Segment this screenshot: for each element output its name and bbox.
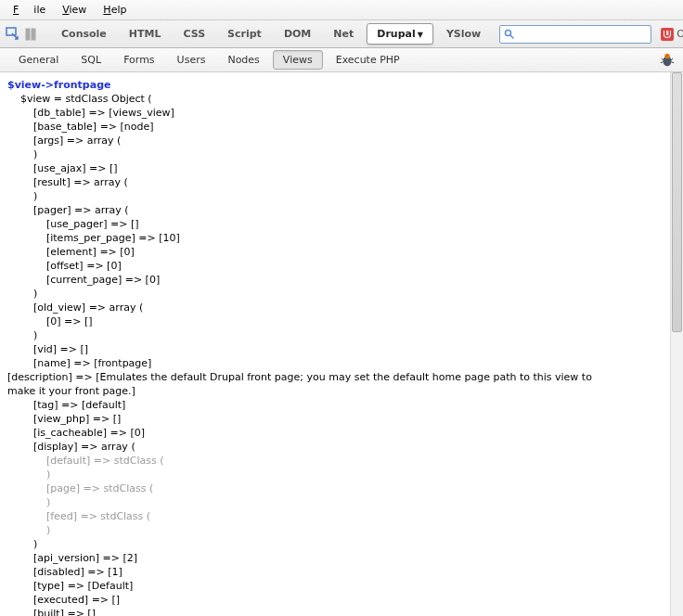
dump-line: [pager] => array (	[7, 203, 663, 217]
dump-line: [default] => stdClass (	[7, 454, 663, 468]
dump-line: )	[7, 537, 663, 551]
view-header[interactable]: $view->frontpage	[7, 78, 663, 92]
dump-line: )	[7, 468, 663, 481]
dump-line: [display] => array (	[7, 440, 663, 454]
dump-line: [name] => [frontpage]	[7, 356, 663, 370]
dump-line: [items_per_page] => [10]	[7, 231, 663, 245]
tab-console[interactable]: Console	[52, 24, 116, 44]
search-input[interactable]	[515, 29, 647, 40]
svg-rect-2	[32, 29, 35, 40]
dump-line: [db_table] => [views_view]	[7, 106, 663, 120]
svg-line-10	[672, 62, 675, 63]
subtab-execute[interactable]: Execute PHP	[327, 51, 409, 69]
pause-icon[interactable]	[24, 24, 37, 45]
dump-line: [args] => array (	[7, 134, 663, 148]
svg-rect-0	[6, 28, 16, 35]
search-icon	[504, 29, 515, 40]
menu-file[interactable]: File	[6, 2, 53, 18]
dump-line: make it your front page.]	[7, 384, 663, 398]
svg-rect-1	[26, 29, 30, 40]
svg-point-3	[506, 30, 511, 35]
dropdown-arrow-icon: ▼	[418, 31, 423, 39]
dump-line: )	[7, 523, 663, 537]
svg-point-6	[664, 54, 669, 58]
subtab-general[interactable]: General	[9, 51, 68, 69]
dump-line: [result] => array (	[7, 175, 663, 189]
dump-line: [executed] => []	[7, 593, 663, 607]
power-label: Off	[677, 28, 683, 40]
dump-line: [description] => [Emulates the default D…	[7, 370, 663, 384]
menu-help[interactable]: Help	[96, 2, 134, 18]
dump-line: )	[7, 287, 663, 301]
tab-script[interactable]: Script	[218, 24, 271, 44]
dump-line: $view = stdClass Object (	[7, 92, 663, 106]
scrollbar-thumb[interactable]	[672, 72, 682, 332]
dump-output: $view->frontpage $view = stdClass Object…	[0, 72, 670, 616]
dump-line: [api_version] => [2]	[7, 551, 663, 565]
tab-yslow[interactable]: YSlow	[437, 24, 490, 44]
dump-line: [tag] => [default]	[7, 398, 663, 412]
scrollbar[interactable]	[670, 72, 683, 616]
dump-line: [element] => [0]	[7, 245, 663, 259]
power-icon	[661, 28, 674, 41]
subtab-users[interactable]: Users	[168, 51, 215, 69]
dump-line: )	[7, 328, 663, 342]
dump-line: [use_pager] => []	[7, 217, 663, 231]
svg-line-9	[661, 62, 664, 63]
dump-line: [type] => [Default]	[7, 579, 663, 593]
dump-line: [feed] => stdClass (	[7, 509, 663, 523]
tab-html[interactable]: HTML	[120, 24, 171, 44]
subtab-bar: General SQL Forms Users Nodes Views Exec…	[0, 48, 683, 72]
dump-line: [built] => []	[7, 607, 663, 616]
dump-line: [use_ajax] => []	[7, 161, 663, 175]
dump-line: )	[7, 148, 663, 161]
dump-line: [offset] => [0]	[7, 259, 663, 273]
toolbar: Console HTML CSS Script DOM Net Drupal▼ …	[0, 20, 683, 48]
subtab-sql[interactable]: SQL	[71, 51, 110, 69]
dump-line: [0] => []	[7, 314, 663, 328]
menubar: File View Help	[0, 0, 683, 20]
dump-line: [vid] => []	[7, 342, 663, 356]
power-toggle[interactable]: Off	[655, 26, 683, 43]
dump-line: [is_cacheable] => [0]	[7, 426, 663, 440]
dump-line: [old_view] => array (	[7, 301, 663, 314]
dump-line: )	[7, 495, 663, 509]
tab-dom[interactable]: DOM	[275, 24, 320, 44]
menu-view[interactable]: View	[55, 2, 94, 18]
dump-line: [disabled] => [1]	[7, 565, 663, 579]
tab-drupal[interactable]: Drupal▼	[367, 23, 433, 45]
search-box[interactable]	[499, 25, 651, 44]
subtab-forms[interactable]: Forms	[114, 51, 163, 69]
tab-css[interactable]: CSS	[174, 24, 214, 44]
inspect-icon[interactable]	[6, 24, 20, 45]
tab-net[interactable]: Net	[324, 24, 363, 44]
dump-line: [page] => stdClass (	[7, 481, 663, 495]
dump-line: [view_php] => []	[7, 412, 663, 426]
subtab-views[interactable]: Views	[273, 50, 323, 70]
content-wrap: $view->frontpage $view = stdClass Object…	[0, 72, 683, 616]
bug-icon[interactable]	[659, 52, 676, 69]
svg-line-4	[510, 34, 514, 38]
dump-line: [base_table] => [node]	[7, 120, 663, 134]
subtab-nodes[interactable]: Nodes	[218, 51, 268, 69]
dump-line: [current_page] => [0]	[7, 273, 663, 287]
dump-line: )	[7, 189, 663, 203]
